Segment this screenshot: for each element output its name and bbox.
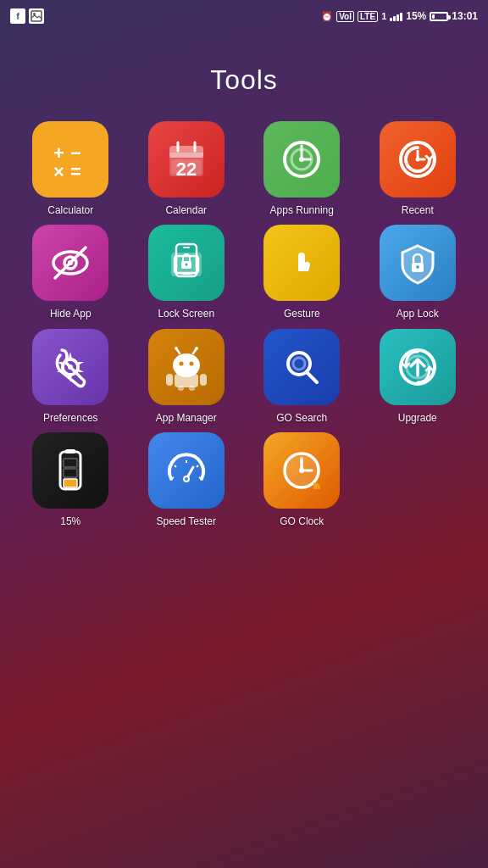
go-clock-label: GO Clock: [280, 515, 324, 527]
calculator-icon: + − × =: [32, 121, 108, 198]
app-item-calendar[interactable]: 22 Calendar: [133, 121, 241, 216]
svg-text:×: ×: [53, 161, 64, 182]
app-item-apps-running[interactable]: Apps Running: [248, 121, 356, 216]
app-lock-label: App Lock: [396, 308, 439, 320]
gesture-label: Gesture: [284, 308, 320, 320]
hide-app-label: Hide App: [50, 308, 92, 320]
facebook-icon: f: [10, 8, 25, 24]
svg-rect-45: [175, 374, 198, 387]
gesture-icon: [263, 225, 340, 301]
svg-point-21: [415, 158, 419, 162]
gallery-icon: [29, 8, 44, 24]
apps-running-label: Apps Running: [270, 204, 334, 216]
app-lock-icon: [380, 225, 456, 301]
calculator-label: Calculator: [47, 204, 93, 216]
app-item-app-lock[interactable]: App Lock: [364, 225, 472, 320]
svg-point-38: [173, 353, 200, 377]
svg-line-51: [307, 372, 317, 382]
signal-bars: [390, 11, 402, 21]
app-manager-icon: [148, 329, 225, 405]
svg-point-34: [416, 265, 419, 269]
svg-rect-47: [200, 374, 207, 386]
speed-tester-label: Speed Tester: [157, 515, 217, 527]
svg-rect-48: [178, 386, 184, 391]
svg-point-68: [185, 477, 188, 481]
svg-rect-8: [169, 153, 203, 158]
svg-rect-30: [183, 247, 190, 248]
calendar-label: Calendar: [165, 204, 207, 216]
svg-rect-58: [64, 459, 77, 467]
svg-point-39: [179, 361, 183, 365]
svg-text:=: =: [70, 161, 81, 182]
svg-rect-56: [65, 449, 75, 453]
speed-tester-icon: [148, 432, 225, 509]
svg-point-52: [293, 358, 305, 370]
calendar-icon: 22: [148, 121, 225, 198]
app-item-lock-screen[interactable]: Lock Screen: [133, 225, 241, 320]
svg-text:22: 22: [176, 159, 197, 180]
recent-label: Recent: [402, 204, 434, 216]
recent-icon: [380, 121, 456, 198]
status-left: f: [10, 8, 44, 24]
alarm-icon: ⏰: [321, 11, 333, 22]
battery-15-icon: [32, 432, 108, 509]
lock-screen-label: Lock Screen: [158, 308, 214, 320]
app-item-gesture[interactable]: Gesture: [248, 225, 356, 320]
svg-rect-29: [181, 273, 191, 275]
network-1: 1: [381, 11, 386, 21]
status-right: ⏰ Vol LTE 1 15% 13:01: [321, 10, 478, 22]
go-clock-icon: [263, 432, 340, 509]
go-search-label: GO Search: [276, 412, 327, 424]
svg-point-32: [185, 264, 187, 266]
page-title: Tools: [0, 64, 488, 96]
svg-point-73: [299, 468, 304, 473]
svg-rect-46: [166, 374, 173, 386]
preferences-icon: [32, 329, 108, 405]
app-item-preferences[interactable]: Preferences: [17, 329, 125, 424]
battery-15-label: 15%: [60, 515, 80, 527]
volte-indicator: Vol: [336, 11, 354, 22]
svg-rect-49: [189, 386, 195, 391]
svg-line-64: [197, 465, 198, 467]
apps-running-icon: [263, 121, 340, 198]
app-grid: + − × = Calculator 22 Calendar: [0, 121, 488, 528]
app-item-hide-app[interactable]: Hide App: [17, 225, 125, 320]
svg-point-40: [189, 361, 193, 365]
upgrade-icon: [380, 329, 456, 405]
app-item-upgrade[interactable]: Upgrade: [364, 329, 472, 424]
status-bar: f ⏰ Vol LTE 1 15% 13:01: [0, 0, 488, 31]
app-item-go-search[interactable]: GO Search: [248, 329, 356, 424]
svg-rect-59: [64, 469, 77, 477]
lock-screen-icon: [148, 225, 225, 301]
svg-line-62: [175, 465, 176, 467]
battery-icon: [430, 12, 448, 21]
svg-point-44: [195, 347, 198, 350]
svg-point-1: [33, 13, 36, 15]
hide-app-icon: [32, 225, 108, 301]
svg-point-17: [299, 157, 304, 162]
svg-point-43: [175, 347, 178, 350]
preferences-label: Preferences: [43, 412, 98, 424]
app-manager-label: App Manager: [156, 412, 217, 424]
app-item-speed-tester[interactable]: Speed Tester: [133, 432, 241, 527]
app-item-app-manager[interactable]: App Manager: [133, 329, 241, 424]
app-item-go-clock[interactable]: GO Clock: [248, 432, 356, 527]
app-item-battery-15[interactable]: 15%: [17, 432, 125, 527]
app-item-recent[interactable]: Recent: [364, 121, 472, 216]
svg-rect-57: [64, 479, 77, 487]
upgrade-label: Upgrade: [398, 412, 437, 424]
lte-indicator: LTE: [358, 11, 378, 22]
app-item-calculator[interactable]: + − × = Calculator: [17, 121, 125, 216]
clock-time: 13:01: [452, 10, 478, 22]
battery-percent-text: 15%: [406, 10, 426, 22]
go-search-icon: [263, 329, 340, 405]
